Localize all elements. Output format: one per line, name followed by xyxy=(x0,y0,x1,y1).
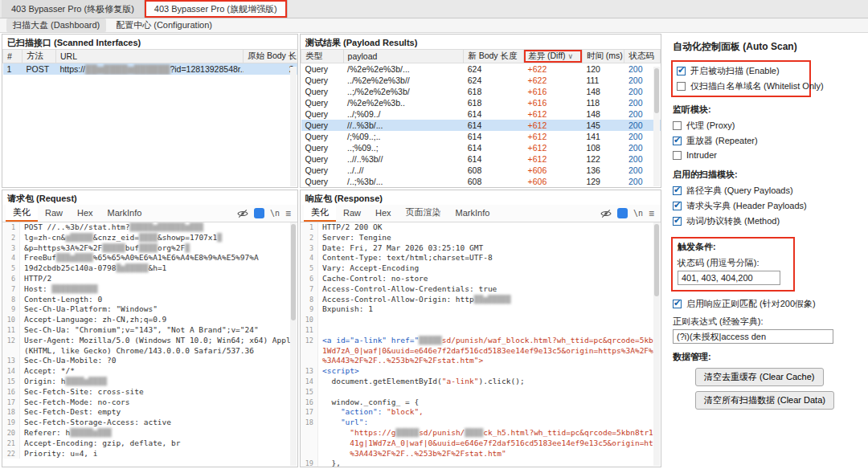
result-row[interactable]: Query ../%2e%2e%3b// 624 +622 111 200 xyxy=(301,75,661,86)
app-tab[interactable]: 403 Bypasser Pro (终极修复版) xyxy=(2,0,145,18)
checkbox-row[interactable]: 动词/协议转换 (Method) xyxy=(673,214,858,229)
checkbox-row[interactable]: 路径字典 (Query Payloads) xyxy=(673,183,858,198)
status-codes-input[interactable] xyxy=(678,271,780,285)
response-editor-tab[interactable]: Hex xyxy=(368,205,399,222)
response-editor[interactable]: 1HTTP/2 200 OK2Server: Tengine3Date: Fri… xyxy=(301,222,653,467)
scanned-row[interactable]: 1 POST https://██▆████▆██████?id=1281392… xyxy=(3,63,298,75)
code-line: 5Vary: Accept-Encoding xyxy=(301,263,653,274)
checkbox-label: 路径字典 (Query Payloads) xyxy=(686,185,793,197)
marker-icon[interactable] xyxy=(617,208,628,218)
result-row[interactable]: Query /;%09..;.. 614 +612 141 200 xyxy=(301,131,661,142)
sub-tab[interactable]: 配置中心 (Configuration) xyxy=(109,18,219,32)
results-table: 类型 payload 新 Body 长度 差异 (Diff)∨ xyxy=(301,49,661,187)
scanned-column-header[interactable]: # xyxy=(3,50,23,63)
result-diff: +606 xyxy=(524,165,583,176)
result-row[interactable]: Query /%2e%2e%3b/... 624 +622 120 200 xyxy=(301,63,661,75)
checkbox-row[interactable]: 请求头字典 (Header Payloads) xyxy=(673,198,858,214)
menu-icon[interactable]: ≡ xyxy=(649,208,654,219)
marker-icon[interactable] xyxy=(254,208,264,218)
checkbox-label: 动词/协议转换 (Method) xyxy=(686,215,780,227)
app-tabbar: 403 Bypasser Pro (终极修复版) 403 Bypasser Pr… xyxy=(0,0,868,18)
checkbox-row[interactable]: Intruder xyxy=(673,149,858,161)
results-column-header[interactable]: 差异 (Diff)∨ xyxy=(524,50,583,63)
response-scrollbar[interactable] xyxy=(653,222,660,466)
result-row[interactable]: Query ..;%09..; 614 +612 108 200 xyxy=(301,142,661,153)
code-line: 19Sec-Fetch-Storage-Access: active xyxy=(2,418,290,428)
result-time: 141 xyxy=(582,131,624,142)
scanned-column-header[interactable]: 原始 Body 长度 xyxy=(244,50,298,63)
sub-tab[interactable]: 扫描大盘 (Dashboard) xyxy=(6,18,106,32)
app-tab-label: 403 Bypasser Pro (旗舰增强版) xyxy=(154,3,277,15)
request-editor-tab[interactable]: Raw xyxy=(38,205,70,222)
auto-scan-title: 自动化控制面板 (Auto Scan) xyxy=(673,40,858,54)
results-column-header[interactable]: 类型 xyxy=(301,50,344,63)
response-editor-tab[interactable]: 美化 xyxy=(304,205,336,222)
scanned-column-header[interactable]: 方法 xyxy=(23,50,56,63)
request-editor-tab[interactable]: 美化 xyxy=(6,205,38,222)
response-editor-tab[interactable]: 页面渲染 xyxy=(399,205,448,222)
eye-off-icon[interactable] xyxy=(600,209,612,218)
clear-data-button[interactable]: 清空所有扫描数据 (Clear Data) xyxy=(695,391,834,410)
app-tab[interactable]: 403 Bypasser Pro (旗舰增强版) xyxy=(145,0,288,18)
response-editor-tab[interactable]: MarkInfo xyxy=(448,205,497,222)
regex-input[interactable] xyxy=(673,329,833,344)
code-line: 8Content-Length: 0 xyxy=(2,295,290,305)
checkbox-row[interactable]: 开启被动扫描 (Enable) xyxy=(677,63,805,79)
result-diff: +612 xyxy=(524,131,583,142)
request-editor-tab[interactable]: MarkInfo xyxy=(100,205,149,222)
result-new-body-length: 614 xyxy=(464,108,524,120)
scanned-column-header[interactable]: URL xyxy=(56,50,244,63)
checkbox-label: 启用响应正则匹配 (针对200假象) xyxy=(686,298,816,310)
result-row[interactable]: Query ../..// 608 +606 136 200 xyxy=(301,165,661,176)
code-line: 1POST //..%3b//stat.htm?█████▆██████▆███ xyxy=(2,222,290,233)
scanned-scrollbar[interactable] xyxy=(290,67,297,186)
result-payload: ../;%09../ xyxy=(343,108,464,120)
newline-icon[interactable]: \n xyxy=(633,209,643,218)
checkbox-label: 开启被动扫描 (Enable) xyxy=(690,65,780,77)
response-editor-tab[interactable]: Raw xyxy=(336,205,368,222)
result-row[interactable]: Query /%2e%2e%3b.. 618 +616 118 200 xyxy=(301,97,661,108)
response-panel-title: 响应包 (Response) xyxy=(301,190,661,205)
results-column-header[interactable]: 状态码 xyxy=(624,50,661,63)
result-row[interactable]: Query ..//..%3b// 614 +612 122 200 xyxy=(301,153,661,165)
result-row[interactable]: Query ..;/%2e%2e%3b/ 618 +616 148 200 xyxy=(301,86,661,97)
results-scrollbar[interactable] xyxy=(653,67,660,186)
regex-label: 正则表达式 (经验字典): xyxy=(673,316,858,328)
payload-results-panel: 测试结果 (Payload Results) 类型 payload 新 Body… xyxy=(300,34,661,188)
data-section-heading: 数据管理: xyxy=(673,351,858,363)
result-row[interactable]: Query ../;%09../ 614 +612 148 200 xyxy=(301,108,661,120)
results-column-header[interactable]: 时间 (ms) xyxy=(582,50,624,63)
checkbox-row[interactable]: 重放器 (Repeater) xyxy=(673,133,858,149)
code-line: 15Origin: h████▆████ xyxy=(2,377,290,387)
request-editor-tab[interactable]: Hex xyxy=(70,205,100,222)
code-line: 519d2cbdb25c140a-0798█▆█████&h=1 xyxy=(2,263,290,274)
checkbox-icon xyxy=(673,137,682,145)
menu-icon[interactable]: ≡ xyxy=(285,208,291,219)
code-line: 18Sec-Fetch-Dest: empty xyxy=(2,407,290,418)
checkbox-icon xyxy=(673,202,682,210)
request-editor[interactable]: 1POST //..%3b//stat.htm?█████▆██████▆███… xyxy=(2,222,290,467)
results-column-header[interactable]: payload xyxy=(343,50,464,63)
result-time: 145 xyxy=(582,120,624,131)
enable-group-annotation: 开启被动扫描 (Enable) 仅扫描白名单域名 (Whitelist Only… xyxy=(673,62,809,96)
checkbox-label: 请求头字典 (Header Payloads) xyxy=(686,200,807,212)
newline-icon[interactable]: \n xyxy=(270,209,280,218)
result-time: 136 xyxy=(582,165,624,176)
checkbox-row[interactable]: 代理 (Proxy) xyxy=(673,118,858,133)
listen-section-heading: 监听模块: xyxy=(673,104,858,116)
result-row[interactable]: Query //..%3b/... 614 +612 145 200 xyxy=(301,120,661,131)
clear-cache-button[interactable]: 清空去重缓存 (Clear Cache) xyxy=(695,368,824,386)
result-type: Query xyxy=(301,97,344,108)
code-line: 18 "url": xyxy=(301,418,653,428)
result-row[interactable]: Query /..;%3b/... 608 +606 129 200 xyxy=(301,176,661,187)
redacted-url-segment: ██▆████▆██████ xyxy=(85,64,170,74)
code-line: 9Bxpunish: 1 xyxy=(301,304,653,315)
code-line: 13<script> xyxy=(301,366,653,377)
code-line: %3A443%2F%2F..%253b%2F%2Fstat.htm" xyxy=(301,449,653,459)
request-scrollbar[interactable] xyxy=(290,222,297,466)
regex-toggle-row[interactable]: 启用响应正则匹配 (针对200假象) xyxy=(673,296,858,312)
results-column-header[interactable]: 新 Body 长度 xyxy=(464,50,524,63)
checkbox-row[interactable]: 仅扫描白名单域名 (Whitelist Only) xyxy=(677,79,805,94)
eye-off-icon[interactable] xyxy=(237,209,248,218)
result-diff: +622 xyxy=(524,63,583,75)
